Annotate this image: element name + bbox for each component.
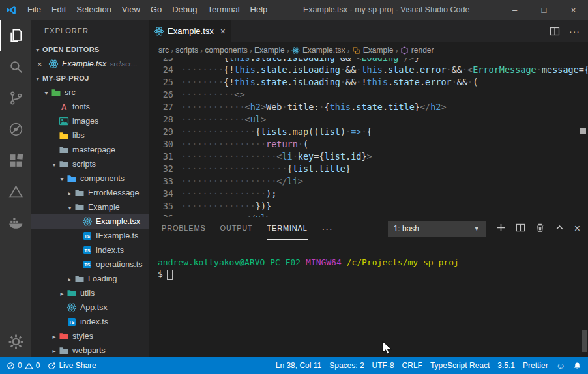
tree-item-webparts[interactable]: ▸webparts	[31, 343, 149, 357]
code-line: 29··············{lists.map((list)·=>·{	[149, 126, 588, 138]
close-icon[interactable]: ×	[37, 59, 47, 69]
tree-item-src[interactable]: ▾src	[31, 85, 149, 100]
activity-explorer[interactable]	[0, 20, 31, 51]
code-line: 24········{!this.state.isLoading·&&·this…	[149, 64, 588, 76]
status-eol[interactable]: CRLF	[402, 361, 422, 370]
maximize-panel-button[interactable]	[555, 223, 565, 235]
menu-terminal[interactable]: Terminal	[202, 0, 244, 20]
tree-item-operations-ts[interactable]: operations.ts	[31, 257, 149, 272]
vscode-window: FileEditSelectionViewGoDebugTerminalHelp…	[0, 0, 588, 374]
activity-extensions[interactable]	[0, 145, 31, 176]
window-controls: – □ ×	[500, 0, 588, 20]
panel-tab-terminal[interactable]: TERMINAL	[267, 217, 308, 240]
tree-item-index-ts[interactable]: index.ts	[31, 243, 149, 257]
chevron-down-icon: ▾	[65, 204, 74, 211]
kill-terminal-button[interactable]	[535, 223, 545, 235]
problems-status[interactable]: 00	[7, 361, 40, 370]
status-language-mode[interactable]: TypeScript React	[430, 361, 490, 370]
tree-item-index-ts[interactable]: index.ts	[31, 315, 149, 329]
breadcrumb-src[interactable]: src	[158, 46, 169, 55]
tree-item-styles[interactable]: ▸styles	[31, 329, 149, 343]
tree-item-label: libs	[72, 131, 85, 140]
tree-item-loading[interactable]: ▸Loading	[31, 272, 149, 286]
maximize-button[interactable]: □	[529, 0, 559, 20]
folder-icon	[59, 130, 69, 141]
terminal-shell-select[interactable]: 1: bash ▼	[388, 221, 486, 237]
tree-item-example-tsx[interactable]: Example.tsx	[31, 214, 149, 229]
panel-tab-output[interactable]: OUTPUT	[220, 217, 253, 240]
line-number: 30	[149, 138, 173, 151]
code-editor[interactable]: 23········{this.state.isLoading·&&·<Load…	[149, 58, 588, 217]
tab-example-tsx[interactable]: Example.tsx ×	[149, 20, 231, 42]
menu-file[interactable]: File	[22, 0, 46, 20]
close-window-button[interactable]: ×	[559, 0, 588, 20]
open-editors-header[interactable]: ▾ OPEN EDITORS	[31, 42, 149, 57]
status-indentation[interactable]: Spaces: 2	[329, 361, 364, 370]
editor-scrollbar[interactable]	[579, 58, 588, 217]
breadcrumb-example-tsx[interactable]: Example.tsx	[291, 46, 345, 55]
terminal-scrollbar[interactable]	[582, 330, 587, 352]
status-formatter[interactable]: Prettier	[523, 361, 548, 370]
breadcrumb-label: components	[205, 46, 247, 55]
open-editor-item-example-tsx[interactable]: × Example.tsx src\scr...	[31, 57, 149, 71]
status-feedback[interactable]: ☺	[556, 361, 565, 370]
tree-item-fonts[interactable]: fonts	[31, 100, 149, 114]
split-editor-icon[interactable]	[550, 26, 560, 36]
status-encoding[interactable]: UTF-8	[372, 361, 394, 370]
menu-go[interactable]: Go	[145, 0, 167, 20]
plus-icon	[496, 223, 506, 233]
files-icon	[8, 27, 24, 44]
activity-source-control[interactable]	[0, 82, 31, 113]
tree-item-label: components	[80, 174, 125, 183]
tree-item-components[interactable]: ▾components	[31, 171, 149, 186]
minimize-button[interactable]: –	[500, 0, 529, 20]
menu-selection[interactable]: Selection	[71, 0, 116, 20]
live-share-label: Live Share	[59, 361, 96, 370]
tree-item-utils[interactable]: ▸utils	[31, 286, 149, 300]
explorer-sidebar: EXPLORER ▾ OPEN EDITORS × Example.tsx sr…	[31, 20, 149, 357]
tree-item-scripts[interactable]: ▾scripts	[31, 157, 149, 171]
status-cursor-position[interactable]: Ln 38, Col 11	[276, 361, 322, 370]
warning-count: 0	[36, 361, 40, 370]
breadcrumb-render[interactable]: render	[400, 46, 434, 55]
panel-tab-problems[interactable]: PROBLEMS	[162, 217, 206, 240]
tree-item-libs[interactable]: libs	[31, 128, 149, 143]
terminal[interactable]: andrew.koltyakov@ARVO-PC-F02 MINGW64 /c/…	[149, 240, 588, 357]
breadcrumb-scripts[interactable]: scripts	[175, 46, 198, 55]
tree-item-app-tsx[interactable]: App.tsx	[31, 300, 149, 315]
activity-azure[interactable]	[0, 176, 31, 207]
breadcrumb-example[interactable]: Example	[352, 46, 394, 55]
menu-view[interactable]: View	[117, 0, 145, 20]
status-ts-version[interactable]: 3.5.1	[497, 361, 515, 370]
chevron-down-icon: ▾	[57, 175, 66, 182]
tree-item-errormessage[interactable]: ▸ErrorMessage	[31, 186, 149, 200]
live-share-status[interactable]: Live Share	[48, 361, 96, 370]
tree-item-images[interactable]: images	[31, 114, 149, 128]
new-terminal-button[interactable]	[496, 223, 506, 235]
menu-edit[interactable]: Edit	[46, 0, 71, 20]
menu-help[interactable]: Help	[245, 0, 273, 20]
panel-more-actions-icon[interactable]: ···	[322, 223, 333, 234]
close-tab-icon[interactable]: ×	[220, 26, 226, 36]
activity-search[interactable]	[0, 51, 31, 82]
editor-group: Example.tsx × ··· src›scripts›components…	[149, 20, 588, 357]
close-panel-button[interactable]: ×	[574, 223, 580, 234]
project-section-header[interactable]: ▾ MY-SP-PROJ	[31, 71, 149, 85]
breadcrumb-components[interactable]: components	[205, 46, 247, 55]
tree-item-masterpage[interactable]: masterpage	[31, 143, 149, 157]
status-notifications[interactable]	[573, 362, 581, 370]
tree-item-label: IExample.ts	[96, 231, 138, 240]
activity-settings[interactable]	[0, 326, 31, 357]
more-actions-icon[interactable]: ···	[569, 26, 580, 36]
split-terminal-button[interactable]	[516, 223, 525, 235]
folder-icon	[74, 274, 85, 284]
activity-debug[interactable]	[0, 113, 31, 145]
react-icon	[82, 216, 93, 227]
activity-docker[interactable]	[0, 207, 31, 238]
breadcrumb-example[interactable]: Example	[254, 46, 285, 55]
tree-item-label: Loading	[88, 274, 117, 283]
tree-item-label: fonts	[72, 102, 90, 111]
menu-debug[interactable]: Debug	[167, 0, 202, 20]
tree-item-example[interactable]: ▾Example	[31, 200, 149, 214]
tree-item-iexample-ts[interactable]: IExample.ts	[31, 229, 149, 243]
